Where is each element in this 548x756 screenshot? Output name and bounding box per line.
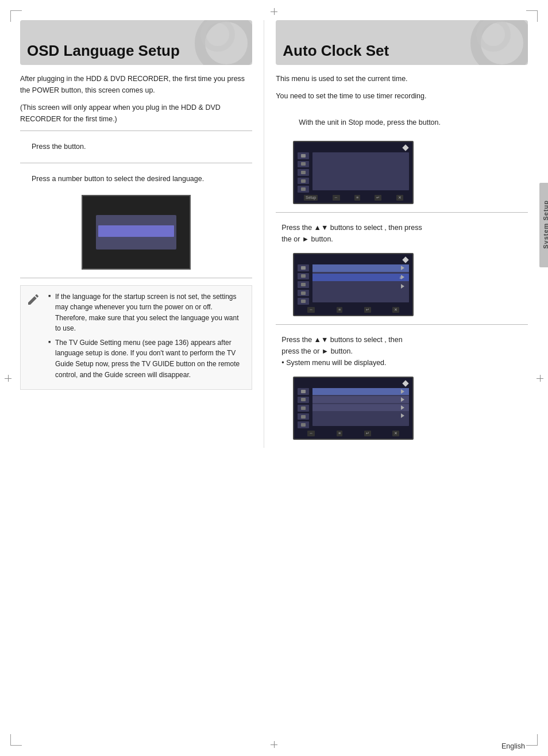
- language-screen-mockup: [82, 195, 191, 270]
- screen3-bg: ↔ ≡ ↵ ✕: [294, 378, 412, 439]
- screen2-icon-5: [298, 298, 309, 305]
- screen2-btn-3: ↵: [364, 307, 371, 313]
- screen3-arrow-2: [401, 397, 404, 402]
- language-highlight-bar: [98, 225, 174, 237]
- screen3-icon-1: [298, 388, 309, 395]
- screen1-icon-1: [298, 152, 309, 159]
- step3-end: press the: [281, 347, 311, 355]
- step3-note: • System menu will be displayed.: [281, 359, 386, 367]
- screen3-sidebar: [298, 388, 310, 428]
- screen2-arrow-3: [401, 284, 404, 289]
- screen1-bg: Setup ↔ ≡ ↵ ✕: [294, 142, 412, 203]
- divider-2: [20, 163, 252, 163]
- auto-clock-body-2: You need to set the time to use timer re…: [276, 90, 528, 102]
- screen1-sidebar: [298, 152, 310, 193]
- screen2-arrow-2: [401, 275, 404, 279]
- screen1-btn-5: ✕: [396, 195, 403, 201]
- screen1-btn-4: ↵: [375, 195, 381, 201]
- screen1-btn-1: Setup: [304, 195, 318, 201]
- note-list: If the language for the startup screen i…: [48, 291, 246, 381]
- divider-3: [20, 278, 252, 278]
- step3-mid: , then: [384, 336, 402, 344]
- screen3-btn-3: ↵: [364, 431, 371, 436]
- screen3-row-4: [312, 412, 409, 419]
- screen3-row-3: [312, 404, 409, 411]
- screen2-icon-3: [298, 281, 309, 288]
- auto-clock-step1-text: With the unit in Stop mode, press the bu…: [293, 117, 522, 128]
- screen3-btn-2: ≡: [337, 431, 342, 436]
- screen3-arrow-4: [401, 413, 404, 418]
- step3-btn: or ► button.: [313, 347, 353, 355]
- screen2-diamond: [403, 256, 409, 263]
- page-footer-language: English: [501, 742, 525, 750]
- footer-language-text: English: [501, 742, 525, 750]
- step2-label: Press the ▲▼ buttons to select: [281, 224, 383, 232]
- screen3-icon-3: [298, 405, 309, 412]
- step3-label: Press the ▲▼ buttons to select: [281, 336, 383, 344]
- screen1-diamond: [403, 144, 409, 151]
- corner-mark-bl: [10, 734, 22, 746]
- screen1-icon-4: [298, 178, 309, 185]
- screen2-bg: a ↔ ≡ ↵ ✕: [294, 254, 412, 315]
- screen-mockup-1: Setup ↔ ≡ ↵ ✕: [293, 141, 414, 204]
- auto-clock-step1-block: With the unit in Stop mode, press the bu…: [276, 108, 528, 135]
- osd-title: OSD Language Setup: [27, 43, 180, 59]
- screen3-icon-2: [298, 397, 309, 404]
- screen2-row-3: [312, 283, 409, 290]
- screen2-icon-4: [298, 290, 309, 297]
- screen1-top-bar: [294, 145, 412, 150]
- screen2-btn-4: ✕: [392, 307, 399, 313]
- screen3-arrow-1: [401, 389, 404, 394]
- divider-1: [20, 131, 252, 131]
- screen2-bottom-bar: ↔ ≡ ↵ ✕: [294, 307, 412, 313]
- screen2-sidebar: [298, 264, 310, 305]
- screen3-arrow-3: [401, 405, 404, 410]
- screen1-bottom-bar: Setup ↔ ≡ ↵ ✕: [294, 195, 412, 201]
- step2-btn: or ► button.: [294, 235, 333, 243]
- screen1-btn-2: ↔: [333, 195, 340, 201]
- screen3-row-2: [312, 396, 409, 403]
- osd-body-1: After plugging in the HDD & DVD RECORDER…: [20, 73, 252, 96]
- auto-clock-step3-block: Press the ▲▼ buttons to select , then pr…: [276, 331, 528, 371]
- osd-header: OSD Language Setup: [20, 20, 252, 65]
- language-screen-inner: [96, 215, 176, 250]
- osd-step2: Press a number button to select the desi…: [20, 169, 252, 189]
- screen2-top-bar: [294, 258, 412, 262]
- screen1-btn-3: ≡: [354, 195, 360, 201]
- auto-clock-body-1: This menu is used to set the current tim…: [276, 73, 528, 85]
- left-column: OSD Language Setup After plugging in the…: [20, 20, 264, 448]
- step2-end: the: [281, 235, 291, 243]
- screen2-icon-2: [298, 273, 309, 280]
- screen2-content: a: [312, 264, 409, 302]
- osd-step2-text: Press a number button to select the desi…: [32, 175, 204, 183]
- screen2-row-2: a: [312, 274, 409, 281]
- step2-mid: , then press: [384, 224, 422, 232]
- screen1-icon-5: [298, 186, 309, 193]
- screen3-icon-4: [298, 413, 309, 420]
- screen1-icon-2: [298, 161, 309, 168]
- screen2-icon-1: [298, 264, 309, 271]
- center-mark-top: [271, 8, 277, 15]
- corner-mark-tr: [526, 10, 538, 22]
- screen-mockup-2: a ↔ ≡ ↵ ✕: [293, 253, 414, 316]
- screen3-btn-4: ✕: [392, 431, 399, 436]
- right-column: System Setup Auto Clock Set This menu is…: [264, 20, 528, 448]
- screen2-btn-2: ≡: [337, 307, 342, 313]
- screen2-row-1: [312, 264, 409, 272]
- osd-step1: Press the button.: [20, 137, 252, 157]
- auto-clock-step2-block: Press the ▲▼ buttons to select , then pr…: [276, 218, 528, 247]
- screen-mockup-3: ↔ ≡ ↵ ✕: [293, 377, 414, 440]
- note-box: If the language for the startup screen i…: [20, 285, 252, 390]
- screen1-icon-3: [298, 169, 309, 176]
- screen3-row-1: [312, 388, 409, 395]
- auto-clock-header: Auto Clock Set: [276, 20, 528, 65]
- osd-body-2: (This screen will only appear when you p…: [20, 102, 252, 125]
- screen2-arrow-1: [401, 266, 404, 270]
- screen3-btn-1: ↔: [307, 431, 315, 436]
- screen3-icon-5: [298, 421, 309, 428]
- osd-step1-text: Press the button.: [32, 143, 86, 151]
- divider-right-1: [276, 212, 528, 213]
- screen3-top-bar: [294, 381, 412, 386]
- corner-mark-br: [526, 734, 538, 746]
- screen3-bottom-bar: ↔ ≡ ↵ ✕: [294, 431, 412, 436]
